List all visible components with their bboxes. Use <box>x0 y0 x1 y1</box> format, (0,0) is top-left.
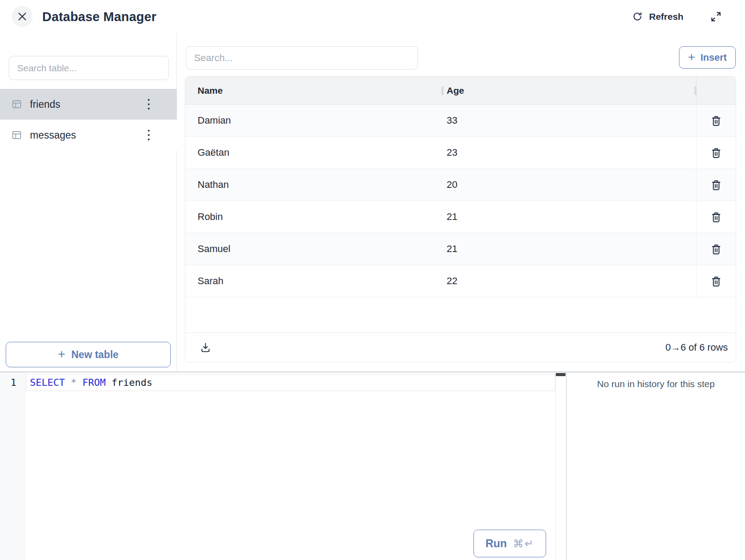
column-header-name[interactable]: Name <box>185 85 447 96</box>
new-table-label: New table <box>71 349 118 361</box>
delete-row-button[interactable] <box>707 175 726 194</box>
insert-label: Insert <box>701 52 727 63</box>
cell-age[interactable]: 33 <box>447 115 696 126</box>
table-row: Damian 33 <box>185 105 736 137</box>
delete-row-button[interactable] <box>707 271 726 291</box>
results-table: Name Age Damian 33 <box>185 76 736 362</box>
delete-row-button[interactable] <box>707 143 726 162</box>
table-row: Sarah 22 <box>185 265 736 297</box>
sql-keyword: FROM <box>82 377 106 388</box>
plus-icon: + <box>58 348 65 360</box>
rows-search-input[interactable] <box>186 46 418 70</box>
plus-icon: + <box>688 51 695 63</box>
trash-icon <box>710 211 722 223</box>
table-header-row: Name Age <box>185 77 736 105</box>
sql-identifier: friends <box>111 377 152 388</box>
table-body: Damian 33 <box>185 105 736 297</box>
refresh-icon <box>632 11 643 22</box>
cell-name[interactable]: Robin <box>185 211 447 223</box>
sidebar-table-item[interactable]: friends <box>0 89 177 120</box>
cell-age[interactable]: 21 <box>447 211 696 223</box>
sidebar: friends <box>0 33 177 371</box>
trash-icon <box>710 179 722 191</box>
cell-actions <box>696 169 736 201</box>
kebab-icon <box>147 98 150 111</box>
kebab-icon <box>147 128 150 142</box>
trash-icon <box>710 115 722 127</box>
cell-age[interactable]: 22 <box>447 275 696 287</box>
column-resize-handle[interactable] <box>441 86 444 95</box>
table-icon <box>11 99 22 110</box>
delete-row-button[interactable] <box>707 239 726 259</box>
database-manager-window: Database Manager Refresh <box>0 0 745 560</box>
cell-name[interactable]: Damian <box>185 115 447 126</box>
table-list: friends <box>0 89 177 150</box>
sql-keyword: SELECT <box>30 377 65 388</box>
table-search-input[interactable] <box>9 56 169 80</box>
run-query-button[interactable]: Run ⌘↵ <box>473 530 546 557</box>
column-header-age[interactable]: Age <box>447 85 696 96</box>
table-row: Samuel 21 <box>185 233 736 265</box>
cell-actions <box>696 105 736 136</box>
line-number: 1 <box>0 375 16 391</box>
run-history-panel: No run in history for this step <box>567 373 745 560</box>
fullscreen-button[interactable] <box>708 10 724 24</box>
cell-name[interactable]: Gaëtan <box>185 147 447 158</box>
delete-row-button[interactable] <box>707 207 726 227</box>
page-title: Database Manager <box>42 9 156 24</box>
new-table-button[interactable]: + New table <box>6 342 171 367</box>
top-bar: Database Manager Refresh <box>0 0 745 33</box>
download-button[interactable] <box>197 339 214 356</box>
rows-count-info: 0→6 of 6 rows <box>665 342 728 353</box>
trash-icon <box>710 147 722 159</box>
editor-gutter: 1 <box>0 373 26 560</box>
close-icon <box>18 12 27 21</box>
sidebar-table-item[interactable]: messages <box>0 120 177 150</box>
delete-row-button[interactable] <box>707 111 726 130</box>
table-footer: 0→6 of 6 rows <box>185 333 736 362</box>
table-icon <box>11 130 22 140</box>
sql-code-line[interactable]: SELECT * FROM friends <box>26 374 555 391</box>
cell-actions <box>696 201 736 233</box>
table-menu-button[interactable] <box>141 126 157 144</box>
trash-icon <box>710 275 722 287</box>
cell-age[interactable]: 20 <box>447 179 696 190</box>
sql-editor[interactable]: 1 SELECT * FROM friends Run ⌘↵ <box>0 373 566 560</box>
fullscreen-icon <box>710 11 722 23</box>
close-button[interactable] <box>12 6 33 27</box>
refresh-label: Refresh <box>649 11 683 22</box>
cell-name[interactable]: Nathan <box>185 179 447 190</box>
refresh-button[interactable]: Refresh <box>632 0 683 33</box>
sql-star: * <box>71 377 77 388</box>
table-row: Nathan 20 <box>185 169 736 201</box>
keyboard-shortcut: ⌘↵ <box>513 538 534 550</box>
cell-age[interactable]: 23 <box>447 147 696 158</box>
cell-actions <box>696 265 736 297</box>
trash-icon <box>710 243 722 255</box>
run-label: Run <box>485 537 507 550</box>
table-menu-button[interactable] <box>141 95 157 113</box>
table-row: Robin 21 <box>185 201 736 233</box>
column-header-actions <box>696 77 736 104</box>
table-name: messages <box>30 129 76 141</box>
cell-actions <box>696 233 736 265</box>
empty-history-message: No run in history for this step <box>567 379 745 389</box>
insert-row-button[interactable]: + Insert <box>679 46 736 69</box>
cell-age[interactable]: 21 <box>447 243 696 255</box>
table-row: Gaëtan 23 <box>185 137 736 169</box>
cell-name[interactable]: Samuel <box>185 243 447 255</box>
editor-scrollbar-thumb[interactable] <box>556 373 565 376</box>
cell-name[interactable]: Sarah <box>185 275 447 287</box>
cell-actions <box>696 137 736 168</box>
table-name: friends <box>30 99 60 110</box>
column-resize-handle[interactable] <box>694 86 697 95</box>
editor-scrollbar-track[interactable] <box>555 373 566 560</box>
download-icon <box>200 342 211 353</box>
